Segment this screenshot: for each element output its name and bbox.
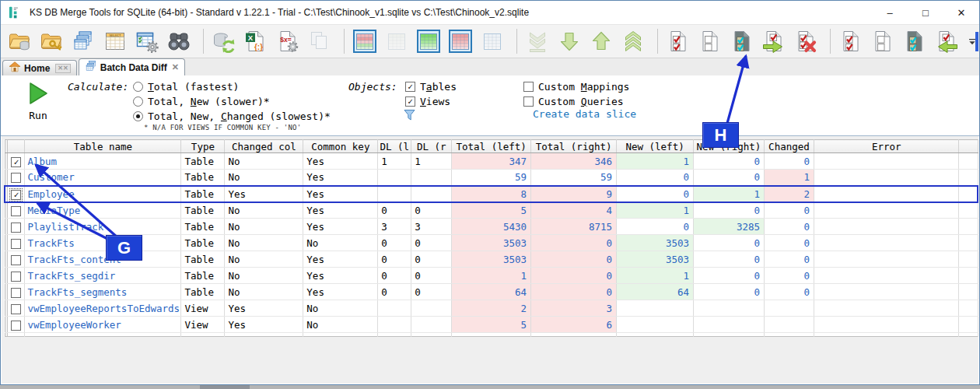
refresh-icon[interactable] bbox=[210, 27, 238, 55]
table-row[interactable]: TrackFtsTableNoNo0035030350300 bbox=[5, 235, 978, 251]
row-checkbox-cell[interactable]: ✓ bbox=[8, 153, 25, 170]
table-row[interactable]: ✓EmployeeTableYesYes89012 bbox=[5, 186, 978, 202]
column-header-total-left[interactable]: Total (left) bbox=[452, 140, 531, 153]
run-button[interactable]: Run bbox=[18, 82, 58, 121]
table-row[interactable]: MediaTypeTableNoYes0054100 bbox=[5, 202, 978, 219]
column-header-new-right[interactable]: New (right) bbox=[694, 140, 765, 153]
table-row[interactable]: TrackFts_segmentsTableNoYes006406400 bbox=[5, 284, 978, 300]
table-row[interactable]: vwEmployeeWorkerViewYesNo56 bbox=[5, 317, 978, 333]
app-icon bbox=[7, 4, 24, 21]
column-header-type[interactable]: Type bbox=[181, 140, 225, 153]
row-checkbox-cell[interactable] bbox=[8, 219, 25, 235]
column-header-error[interactable]: Error bbox=[814, 140, 959, 153]
tab-batch-data-diff[interactable]: Batch Data Diff✕ bbox=[79, 58, 185, 75]
column-header-dl-l[interactable]: DL (l bbox=[378, 140, 411, 153]
column-header-changed[interactable]: Changed bbox=[764, 140, 814, 153]
row-checkbox-cell[interactable] bbox=[8, 251, 25, 268]
apply-left-to-right-icon[interactable] bbox=[760, 27, 788, 55]
row-checkbox-cell[interactable] bbox=[8, 202, 25, 219]
apply-right-to-left-icon[interactable] bbox=[933, 27, 961, 55]
select-data-diff-icon[interactable]: SELECT bbox=[101, 27, 129, 55]
checkbox[interactable] bbox=[523, 82, 534, 92]
show-all-rows-icon[interactable] bbox=[351, 27, 379, 55]
row-checkbox[interactable] bbox=[11, 239, 21, 249]
row-checkbox[interactable] bbox=[11, 255, 21, 265]
move-bottom-icon[interactable] bbox=[523, 27, 551, 55]
uncheck-all-left-icon[interactable] bbox=[696, 27, 724, 55]
maximize-button[interactable]: □ bbox=[908, 1, 943, 24]
custom-option[interactable]: Custom Mappings bbox=[523, 79, 629, 94]
table-row[interactable]: ✓AlbumTableNoYes11347346100 bbox=[5, 153, 978, 170]
calculate-radio-option[interactable]: Total, New (slower)* bbox=[133, 94, 331, 109]
move-down-icon[interactable] bbox=[555, 27, 583, 55]
row-checkbox-cell[interactable]: ✓ bbox=[8, 186, 25, 202]
invert-checks-left-icon[interactable] bbox=[728, 27, 756, 55]
tab-close-icon[interactable]: ✕ bbox=[172, 62, 179, 72]
objects-option[interactable]: ✓Views bbox=[405, 94, 457, 109]
row-checkbox[interactable] bbox=[11, 304, 21, 314]
move-up-icon[interactable] bbox=[587, 27, 615, 55]
table-row[interactable]: TrackFts_contentTableNoYes0035030350300 bbox=[5, 251, 978, 268]
formula-doc-icon[interactable]: $x= bbox=[274, 27, 302, 55]
objects-option[interactable]: ✓Tables bbox=[405, 79, 457, 94]
custom-option[interactable]: Custom Queries bbox=[523, 94, 629, 109]
schema-diff-icon[interactable] bbox=[69, 27, 97, 55]
column-header-changed-col[interactable]: Changed col bbox=[225, 140, 303, 153]
row-checkbox-cell[interactable] bbox=[8, 268, 25, 284]
move-top-icon[interactable] bbox=[619, 27, 647, 55]
column-header-table-name[interactable]: Table name bbox=[25, 140, 181, 153]
column-header-total-right[interactable]: Total (right) bbox=[531, 140, 617, 153]
row-checkbox[interactable] bbox=[11, 272, 21, 282]
show-unchanged-rows-icon[interactable] bbox=[383, 27, 411, 55]
table-row[interactable]: CustomerTableNoYes5959001 bbox=[5, 170, 978, 186]
copy-icon[interactable] bbox=[306, 27, 334, 55]
table-row[interactable]: TrackFts_segdirTableNoYes0010100 bbox=[5, 268, 978, 284]
bottom-scrollbar[interactable] bbox=[0, 385, 980, 389]
row-checkbox[interactable] bbox=[11, 321, 21, 331]
row-checkbox[interactable] bbox=[11, 288, 21, 298]
checkbox[interactable]: ✓ bbox=[405, 96, 415, 107]
export-excel-icon[interactable]: X{:} bbox=[242, 27, 270, 55]
open-database-key-icon[interactable] bbox=[37, 27, 65, 55]
batch-data-diff-icon[interactable] bbox=[133, 27, 161, 55]
minimize-button[interactable]: – bbox=[872, 1, 908, 24]
calculate-radio-option[interactable]: Total (fastest) bbox=[133, 79, 331, 94]
bottom-scrollbar-thumb[interactable] bbox=[200, 385, 250, 389]
column-header-common-key[interactable]: Common key bbox=[303, 140, 378, 153]
row-checkbox[interactable] bbox=[11, 223, 21, 233]
discard-left-icon[interactable] bbox=[792, 27, 820, 55]
row-checkbox[interactable]: ✓ bbox=[11, 190, 21, 200]
row-checkbox[interactable]: ✓ bbox=[11, 157, 21, 167]
create-data-slice-link[interactable]: Create data slice bbox=[533, 108, 636, 120]
radio-button[interactable] bbox=[133, 82, 143, 92]
check-all-right-icon[interactable] bbox=[837, 27, 865, 55]
filter-funnel-icon[interactable] bbox=[404, 109, 415, 124]
find-icon[interactable] bbox=[165, 27, 193, 55]
check-all-left-icon[interactable] bbox=[664, 27, 692, 55]
checkbox[interactable]: ✓ bbox=[405, 82, 415, 92]
checkbox[interactable] bbox=[523, 96, 534, 107]
table-row[interactable]: vwEmployeeReportsToEdwardsViewYesNo23 bbox=[5, 300, 978, 317]
show-blank-rows-icon[interactable] bbox=[478, 27, 506, 55]
row-checkbox[interactable] bbox=[11, 206, 21, 216]
row-checkbox[interactable] bbox=[11, 173, 21, 183]
row-checkbox-cell[interactable] bbox=[8, 317, 25, 333]
tab-close-icon[interactable]: ✕✕ bbox=[55, 64, 70, 73]
table-row[interactable]: PlaylistTrackTableNoYes3354308715032850 bbox=[5, 219, 978, 235]
column-header-new-left[interactable]: New (left) bbox=[617, 140, 694, 153]
show-changed-rows-icon[interactable] bbox=[446, 27, 474, 55]
column-header-dl-r[interactable]: DL (r bbox=[411, 140, 452, 153]
uncheck-all-right-icon[interactable] bbox=[869, 27, 897, 55]
show-new-rows-icon[interactable] bbox=[415, 27, 443, 55]
row-checkbox-cell[interactable] bbox=[8, 300, 25, 317]
radio-button[interactable] bbox=[133, 111, 143, 121]
row-checkbox-cell[interactable] bbox=[8, 235, 25, 251]
radio-button[interactable] bbox=[133, 96, 143, 107]
tab-home[interactable]: Home✕✕ bbox=[2, 60, 77, 75]
invert-checks-right-icon[interactable] bbox=[901, 27, 929, 55]
open-database-left-icon[interactable] bbox=[5, 27, 33, 55]
close-button[interactable]: ✕ bbox=[943, 1, 979, 24]
row-checkbox-cell[interactable] bbox=[8, 284, 25, 300]
row-checkbox-cell[interactable] bbox=[8, 170, 25, 186]
calculate-radio-option[interactable]: Total, New, Changed (slowest)* bbox=[133, 109, 331, 124]
